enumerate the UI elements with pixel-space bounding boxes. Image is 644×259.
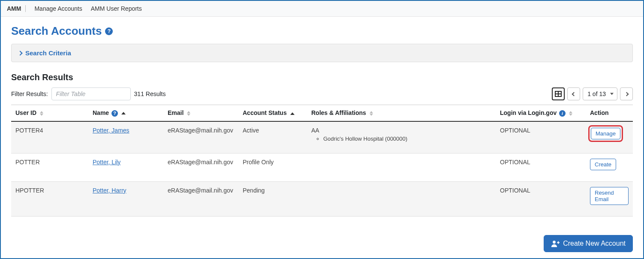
col-user-id-label: User ID — [15, 109, 36, 116]
user-plus-icon — [551, 240, 560, 247]
col-login[interactable]: Login via Login.gov i — [496, 105, 586, 121]
chevron-right-icon — [18, 51, 22, 55]
cell-roles — [307, 181, 496, 216]
cell-login: OPTIONAL — [496, 153, 586, 181]
filter-group: Filter Results: 311 Results — [11, 87, 166, 100]
cell-user-id: HPOTTER — [11, 181, 88, 216]
pager-next-button[interactable] — [620, 87, 633, 100]
sort-icon — [370, 111, 373, 116]
role-code: AA — [311, 127, 319, 134]
topbar: AMM Manage Accounts AMM User Reports — [1, 1, 643, 17]
brand-label: AMM — [7, 5, 26, 12]
col-email[interactable]: Email — [163, 105, 238, 121]
page-title: Search Accounts ? — [11, 24, 633, 38]
nav-user-reports[interactable]: AMM User Reports — [87, 3, 146, 14]
name-link[interactable]: Potter, James — [93, 127, 129, 134]
search-criteria-toggle[interactable]: Search Criteria — [11, 44, 633, 62]
col-action-label: Action — [590, 109, 609, 116]
results-title: Search Results — [11, 72, 633, 82]
create-button[interactable]: Create — [590, 159, 616, 170]
cell-email: eRAStage@mail.nih.gov — [163, 153, 238, 181]
chevron-left-icon — [572, 92, 576, 96]
filter-label: Filter Results: — [11, 90, 48, 97]
help-icon[interactable]: ? — [105, 27, 113, 35]
col-status[interactable]: Account Status — [238, 105, 307, 121]
grid-view-button[interactable] — [552, 87, 565, 100]
search-criteria-label: Search Criteria — [25, 49, 71, 57]
chevron-right-icon — [624, 92, 629, 96]
cell-login: OPTIONAL — [496, 121, 586, 154]
manage-button[interactable]: Manage — [591, 128, 620, 139]
cell-user-id: POTTER4 — [11, 121, 88, 154]
pager-group: 1 of 13 — [552, 87, 633, 100]
col-name[interactable]: Name ? — [88, 105, 163, 121]
action-highlight: Manage — [590, 127, 621, 140]
col-user-id[interactable]: User ID — [11, 105, 88, 121]
page-select-label: 1 of 13 — [587, 90, 606, 97]
col-roles[interactable]: Roles & Affiliations — [307, 105, 496, 121]
results-count: 311 Results — [134, 90, 166, 97]
sort-icon — [40, 111, 43, 116]
create-new-account-label: Create New Account — [563, 240, 626, 247]
col-roles-label: Roles & Affiliations — [311, 109, 366, 116]
svg-rect-2 — [558, 241, 559, 244]
name-link[interactable]: Potter, Harry — [93, 187, 126, 194]
table-row: HPOTTER Potter, Harry eRAStage@mail.nih.… — [11, 181, 633, 216]
name-link[interactable]: Potter, Lily — [93, 159, 120, 166]
col-email-label: Email — [168, 109, 184, 116]
col-login-label: Login via Login.gov — [500, 109, 557, 116]
nav-manage-accounts[interactable]: Manage Accounts — [30, 3, 86, 14]
cell-login: OPTIONAL — [496, 181, 586, 216]
sort-icon — [187, 111, 190, 116]
cell-status: Profile Only — [238, 153, 307, 181]
filter-input[interactable] — [51, 87, 131, 100]
cell-status: Active — [238, 121, 307, 154]
table-row: POTTER4 Potter, James eRAStage@mail.nih.… — [11, 121, 633, 154]
pager-prev-button[interactable] — [567, 87, 580, 100]
cell-roles: AA Godric's Hollow Hospital (000000) — [307, 121, 496, 154]
page-title-text: Search Accounts — [11, 24, 102, 38]
create-new-account-button[interactable]: Create New Account — [544, 235, 633, 252]
cell-email: eRAStage@mail.nih.gov — [163, 121, 238, 154]
svg-point-0 — [553, 241, 556, 244]
cell-user-id: POTTER — [11, 153, 88, 181]
cell-roles — [307, 153, 496, 181]
results-toolbar: Filter Results: 311 Results 1 of 13 — [11, 87, 633, 100]
cell-status: Pending — [238, 181, 307, 216]
col-action: Action — [586, 105, 633, 121]
grid-icon — [555, 91, 562, 97]
sort-icon — [569, 111, 572, 116]
cell-email: eRAStage@mail.nih.gov — [163, 181, 238, 216]
results-table: User ID Name ? Email Account Status — [11, 105, 633, 217]
table-row: POTTER Potter, Lily eRAStage@mail.nih.go… — [11, 153, 633, 181]
col-name-label: Name — [93, 109, 109, 116]
resend-email-button[interactable]: Resend Email — [590, 187, 629, 205]
help-icon[interactable]: ? — [111, 110, 118, 117]
sort-asc-icon — [290, 112, 295, 115]
sort-asc-icon — [121, 112, 126, 114]
info-icon[interactable]: i — [559, 110, 566, 117]
page-select[interactable]: 1 of 13 — [583, 87, 617, 100]
caret-down-icon — [610, 93, 614, 95]
col-status-label: Account Status — [243, 109, 287, 116]
affiliation-item: Godric's Hollow Hospital (000000) — [323, 136, 491, 142]
footer: Create New Account — [544, 235, 633, 252]
